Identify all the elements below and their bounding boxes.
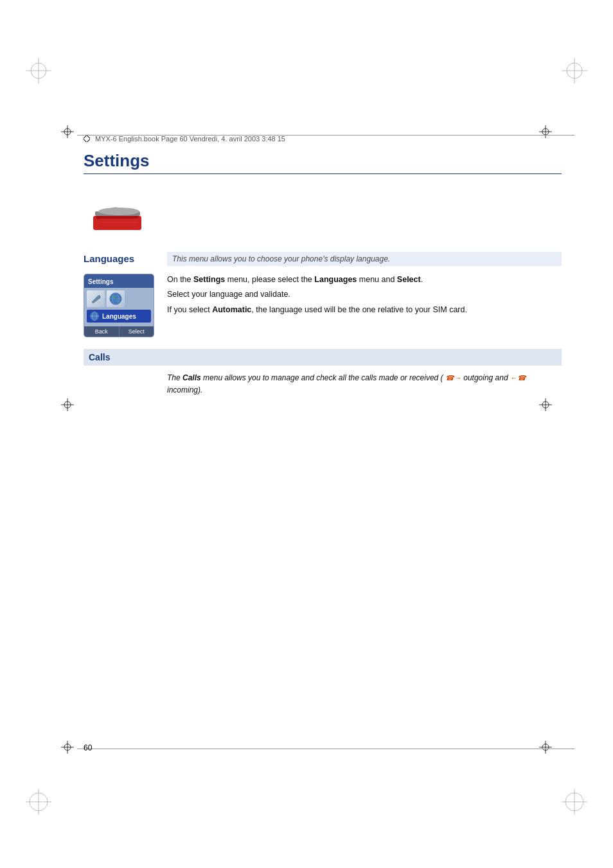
crop-mark-tr-outer [562,58,587,85]
languages-body: Settings [84,274,562,337]
phone-globe-small-icon [89,311,100,321]
crop-mark-bl-inner [61,741,74,756]
settings-bold: Settings [193,275,225,284]
automatic-bold: Automatic [212,305,251,314]
svg-point-34 [98,208,139,215]
phone-screen: Settings [84,274,154,337]
calls-bold: Calls [182,373,201,382]
phone-screen-body: Languages [84,288,154,326]
page-title: Settings [84,151,562,174]
file-info-text: MYX-6 English.book Page 60 Vendredi, 4. … [95,135,285,143]
languages-text-line1: On the Settings menu, please select the … [167,274,562,286]
phone-select-button[interactable]: Select [120,326,154,337]
phone-back-button[interactable]: Back [84,326,120,337]
phone-screen-titlebar: Settings [84,274,154,288]
languages-description: This menu allows you to choose your phon… [167,252,562,266]
svg-rect-30 [84,136,90,142]
calls-header: Calls [84,349,562,366]
calls-section: Calls The Calls menu allows you to manag… [84,349,562,396]
crop-mark-bl-outer [26,789,51,817]
languages-description-text: On the Settings menu, please select the … [167,274,562,319]
phone-screen-title: Settings [88,278,113,285]
bottom-rule [77,748,574,749]
crop-mark-ml-inner [61,398,74,413]
phone-icon-grid [87,290,151,307]
phone-wrench-icon [87,290,105,307]
phone-mock: Settings [84,274,154,337]
languages-label: Languages [84,252,167,264]
crop-mark-mr-inner [539,398,552,413]
incoming-label: incoming). [167,385,202,394]
crop-mark-br-outer [562,789,587,817]
phone-languages-highlighted-row: Languages [87,310,151,323]
incoming-call-icon: ←☎ [510,373,526,384]
languages-bold: Languages [314,275,357,284]
outgoing-label: outgoing and [463,373,510,382]
languages-text-line2: Select your language and validate. [167,288,562,301]
svg-point-43 [117,299,119,301]
crop-mark-tl-inner [61,125,74,140]
calls-label: Calls [89,352,110,362]
languages-header: Languages This menu allows you to choose… [84,252,562,266]
phone-bottom-buttons: Back Select [84,326,154,337]
calls-description-italic: The Calls menu allows you to manage and … [167,373,526,394]
diamond-icon [84,136,90,142]
phone-globe-icon [107,290,125,307]
select-bold: Select [397,275,421,284]
crop-mark-tr-inner [539,125,552,140]
settings-tool-svg [84,187,161,238]
svg-point-42 [112,297,115,299]
tool-image [84,187,562,240]
crop-mark-tl-outer [26,58,51,85]
calls-description: The Calls menu allows you to manage and … [167,372,562,396]
outgoing-call-icon: ☎→ [445,373,461,384]
page: MYX-6 English.book Page 60 Vendredi, 4. … [0,0,613,868]
file-header: MYX-6 English.book Page 60 Vendredi, 4. … [84,135,285,143]
page-number: 60 [84,743,92,752]
phone-languages-label: Languages [102,313,136,320]
main-content: Settings Languages This menu allows you [84,151,562,396]
languages-text-line3: If you select Automatic, the language us… [167,304,562,316]
